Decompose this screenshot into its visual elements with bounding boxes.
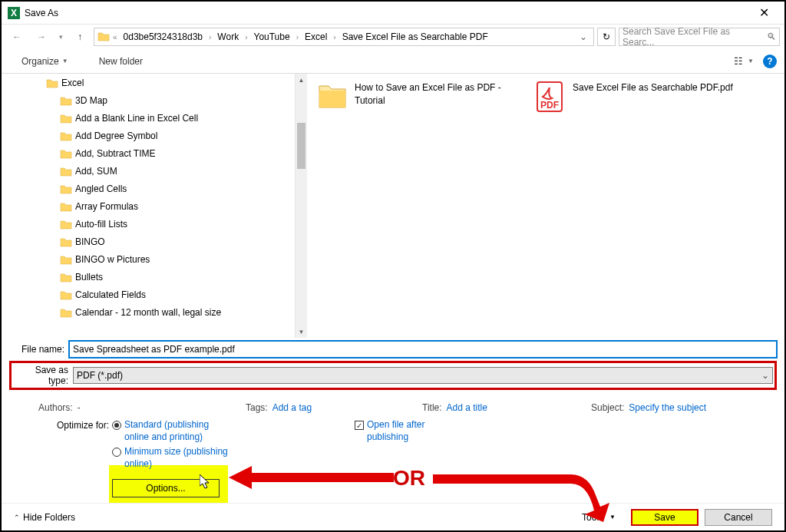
recent-dropdown[interactable]: ▾ — [55, 28, 66, 46]
view-button[interactable]: ☷▼ — [728, 53, 760, 69]
tree-node[interactable]: Add, Subtract TIME — [43, 144, 307, 162]
tree-node[interactable]: Angled Cells — [43, 180, 307, 197]
open-after-checkbox[interactable]: ✓ Open file after publishing — [355, 419, 444, 443]
breadcrumb-item[interactable]: Save Excel File as Searchable PDF — [339, 31, 491, 42]
save-form: File name: Save as type: PDF (*.pdf) ⌄ — [2, 338, 784, 398]
folder-icon — [316, 80, 348, 112]
filename-label: File name: — [9, 344, 69, 355]
breadcrumb-item[interactable]: Excel — [302, 31, 330, 42]
close-button[interactable]: ✕ — [747, 5, 781, 20]
titlebar: Save As ✕ — [2, 2, 784, 25]
checkbox-icon: ✓ — [355, 421, 364, 430]
bottom-bar: ⌃Hide Folders Tools▼ Save Cancel — [2, 503, 784, 530]
window-title: Save As — [25, 8, 747, 18]
caret-icon: ⌃ — [14, 514, 20, 521]
back-button[interactable]: ← — [6, 28, 28, 46]
new-folder-button[interactable]: New folder — [93, 54, 149, 69]
excel-app-icon — [8, 7, 20, 19]
folder-icon — [97, 31, 110, 43]
folder-icon — [46, 78, 58, 88]
search-input[interactable]: Search Save Excel File as Searc... 🔍︎ — [619, 28, 780, 46]
pdf-icon — [534, 80, 566, 112]
tags-label: Tags: — [246, 402, 268, 413]
tree-scrollbar[interactable]: ▲ ▼ — [295, 74, 307, 338]
hide-folders-button[interactable]: ⌃Hide Folders — [14, 512, 75, 523]
radio-icon — [112, 421, 121, 430]
tree-node[interactable]: Add Degree Symbol — [43, 127, 307, 144]
authors-label: Authors: — [38, 402, 73, 413]
chevron-down-icon: ⌄ — [761, 370, 769, 381]
tools-button[interactable]: Tools▼ — [582, 512, 616, 523]
search-placeholder: Search Save Excel File as Searc... — [623, 26, 764, 48]
save-type-label: Save as type: — [13, 365, 73, 386]
tree-node[interactable]: Calculated Fields — [43, 286, 307, 303]
breadcrumb-item[interactable]: YouTube — [250, 31, 292, 42]
title-value[interactable]: Add a title — [447, 402, 487, 413]
breadcrumb-dropdown[interactable]: ⌄ — [576, 31, 590, 42]
subject-label: Subject: — [591, 402, 624, 413]
title-label: Title: — [422, 402, 442, 413]
search-icon: 🔍︎ — [767, 31, 776, 42]
tree-node[interactable]: Auto-fill Lists — [43, 215, 307, 233]
tree-node[interactable]: BINGO — [43, 233, 307, 250]
breadcrumb-item[interactable]: 0d3be5f324318d3b — [121, 31, 206, 42]
optimize-label: Optimize for: — [57, 419, 109, 470]
up-button[interactable]: ↑ — [69, 28, 91, 46]
subject-value[interactable]: Specify the subject — [629, 402, 706, 413]
chevron-right-icon: › — [207, 33, 213, 41]
chevron-right-icon: › — [243, 33, 249, 41]
optimize-standard-radio[interactable]: Standard (publishing online and printing… — [112, 419, 232, 443]
tree-node[interactable]: Array Formulas — [43, 197, 307, 215]
tree-node-root[interactable]: Excel — [43, 74, 307, 91]
list-item-label: How to Save an Excel File as PDF - Tutor… — [355, 80, 516, 107]
optimize-minimum-radio[interactable]: Minimum size (publishing online) — [112, 446, 232, 470]
metadata-row: Authors:- Tags:Add a tag Title:Add a tit… — [2, 398, 784, 415]
authors-value[interactable]: - — [78, 402, 81, 413]
scroll-down-arrow[interactable]: ▼ — [296, 325, 307, 338]
tree-node[interactable]: 3D Map — [43, 91, 307, 109]
forward-button: → — [31, 28, 52, 46]
optimize-section: Optimize for: Standard (publishing onlin… — [2, 415, 784, 471]
folder-tree[interactable]: Excel 3D Map Add a Blank Line in Excel C… — [2, 74, 307, 338]
scroll-thumb[interactable] — [297, 123, 305, 169]
radio-icon — [112, 448, 121, 457]
chevron-right-icon: › — [332, 33, 337, 41]
tree-node[interactable]: BINGO w Pictures — [43, 250, 307, 268]
file-list[interactable]: How to Save an Excel File as PDF - Tutor… — [307, 74, 784, 338]
breadcrumb-prefix: « — [111, 33, 119, 41]
list-item-label: Save Excel File as Searchable PDF.pdf — [573, 80, 733, 94]
tree-node[interactable]: Bullets — [43, 268, 307, 286]
mouse-cursor — [200, 474, 212, 490]
save-button[interactable]: Save — [631, 509, 698, 526]
annotation-or-text: OR — [393, 466, 425, 491]
tree-node[interactable]: Add, SUM — [43, 162, 307, 180]
list-item[interactable]: Save Excel File as Searchable PDF.pdf — [534, 80, 734, 112]
scroll-up-arrow[interactable]: ▲ — [296, 74, 307, 86]
save-type-select[interactable]: PDF (*.pdf) ⌄ — [73, 367, 773, 384]
cancel-button[interactable]: Cancel — [705, 509, 772, 526]
list-item[interactable]: How to Save an Excel File as PDF - Tutor… — [316, 80, 516, 112]
navigation-row: ← → ▾ ↑ « 0d3be5f324318d3b › Work › YouT… — [2, 25, 784, 49]
breadcrumb[interactable]: « 0d3be5f324318d3b › Work › YouTube › Ex… — [94, 28, 594, 46]
tree-node[interactable]: Calendar - 12 month wall, legal size — [43, 303, 307, 321]
filename-input[interactable] — [69, 341, 777, 358]
refresh-button[interactable]: ↻ — [597, 28, 616, 46]
breadcrumb-item[interactable]: Work — [214, 31, 242, 42]
help-button[interactable]: ? — [763, 55, 777, 68]
tree-node[interactable]: Add a Blank Line in Excel Cell — [43, 109, 307, 127]
tags-value[interactable]: Add a tag — [272, 402, 312, 413]
organize-button[interactable]: Organize▼ — [15, 54, 74, 69]
chevron-right-icon: › — [295, 33, 300, 41]
toolbar: Organize▼ New folder ☷▼ ? — [2, 49, 784, 74]
